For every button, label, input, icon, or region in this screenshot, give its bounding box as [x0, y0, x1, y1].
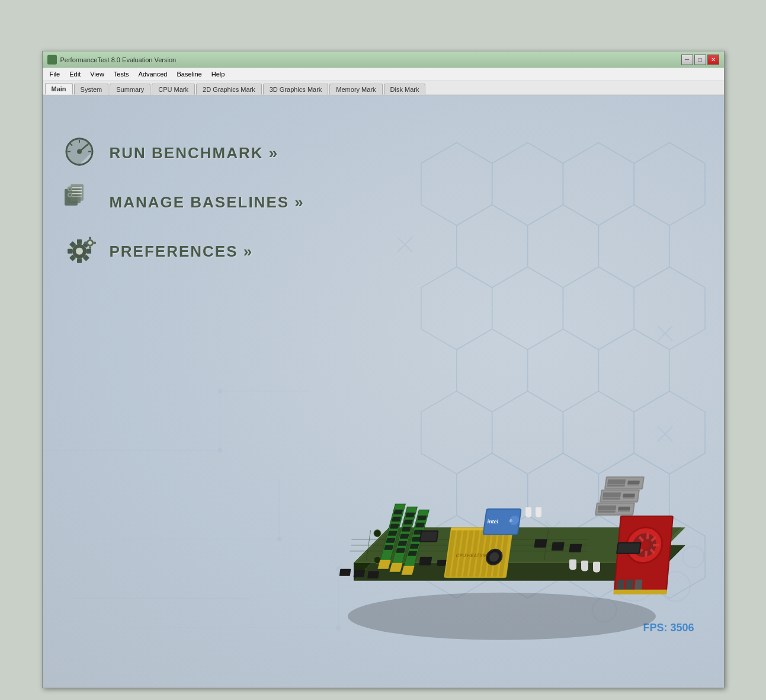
- svg-rect-177: [625, 579, 633, 590]
- svg-rect-150: [597, 505, 616, 512]
- svg-rect-181: [353, 570, 365, 577]
- svg-rect-147: [408, 551, 417, 555]
- tab-main[interactable]: Main: [45, 82, 73, 94]
- svg-rect-74: [86, 248, 91, 253]
- svg-rect-202: [617, 543, 640, 552]
- svg-marker-9: [563, 267, 634, 350]
- svg-marker-7: [421, 267, 492, 350]
- svg-rect-84: [94, 241, 96, 244]
- gear-icon: [60, 232, 99, 270]
- svg-rect-184: [525, 507, 531, 515]
- motherboard-svg: CE: [306, 355, 691, 651]
- svg-rect-182: [367, 571, 379, 578]
- preferences-item[interactable]: PREFERENCES »: [60, 229, 305, 273]
- manage-baselines-label: MANAGE BASELINES »: [110, 193, 305, 211]
- svg-rect-71: [77, 239, 82, 244]
- svg-text:intel: intel: [486, 518, 498, 524]
- svg-rect-200: [593, 561, 600, 570]
- main-content-area: RUN BENCHMARK »: [43, 95, 724, 687]
- svg-rect-146: [409, 544, 419, 548]
- svg-point-44: [217, 388, 222, 393]
- menu-baseline[interactable]: Baseline: [172, 69, 206, 79]
- tab-2d-graphics-mark[interactable]: 2D Graphics Mark: [196, 83, 262, 94]
- svg-rect-128: [386, 538, 395, 542]
- preferences-label: PREFERENCES »: [110, 242, 254, 260]
- tab-summary[interactable]: Summary: [110, 83, 150, 94]
- close-button[interactable]: ✕: [707, 54, 719, 65]
- svg-rect-191: [569, 544, 582, 552]
- menu-bar: File Edit View Tests Advanced Baseline H…: [43, 68, 724, 81]
- svg-rect-136: [399, 533, 409, 538]
- svg-rect-73: [68, 248, 72, 253]
- svg-rect-81: [89, 236, 91, 239]
- manage-baselines-item[interactable]: MANAGE BASELINES »: [60, 180, 305, 224]
- svg-rect-188: [437, 560, 446, 565]
- background-pattern: RUN BENCHMARK »: [43, 95, 724, 687]
- minimize-button[interactable]: ─: [681, 54, 693, 65]
- menu-view[interactable]: View: [85, 69, 109, 79]
- svg-point-59: [77, 149, 82, 154]
- tab-system[interactable]: System: [74, 83, 109, 94]
- svg-marker-1: [492, 142, 563, 225]
- svg-rect-137: [398, 541, 407, 545]
- svg-rect-187: [419, 557, 432, 565]
- tab-disk-mark[interactable]: Disk Mark: [384, 83, 426, 94]
- svg-marker-5: [527, 204, 598, 287]
- svg-marker-0: [421, 142, 492, 225]
- run-benchmark-label: RUN BENCHMARK »: [110, 143, 279, 162]
- app-icon: [47, 55, 57, 64]
- svg-rect-143: [415, 522, 424, 527]
- svg-rect-190: [551, 542, 564, 550]
- svg-marker-4: [456, 204, 527, 287]
- svg-marker-3: [634, 142, 705, 225]
- svg-rect-204: [421, 531, 437, 541]
- menu-help[interactable]: Help: [207, 69, 230, 79]
- tab-cpu-mark[interactable]: CPU Mark: [152, 83, 195, 94]
- svg-point-80: [88, 241, 91, 244]
- svg-rect-82: [89, 246, 91, 248]
- svg-rect-189: [534, 539, 547, 547]
- svg-rect-127: [387, 530, 397, 535]
- svg-rect-129: [384, 545, 393, 549]
- menu-file[interactable]: File: [45, 69, 65, 79]
- menu-edit[interactable]: Edit: [65, 69, 85, 79]
- svg-rect-198: [581, 560, 588, 568]
- svg-rect-142: [417, 515, 427, 520]
- svg-point-85: [348, 592, 656, 640]
- svg-rect-125: [391, 516, 400, 521]
- svg-rect-186: [536, 507, 541, 515]
- svg-marker-6: [598, 204, 669, 287]
- motherboard-illustration: CE: [306, 355, 691, 651]
- menu-tests[interactable]: Tests: [109, 69, 134, 79]
- svg-point-70: [76, 247, 83, 254]
- svg-rect-124: [393, 509, 403, 514]
- svg-rect-160: [607, 479, 626, 486]
- tab-bar: Main System Summary CPU Mark 2D Graphics…: [43, 81, 724, 95]
- svg-rect-83: [84, 241, 86, 244]
- svg-line-169: [646, 551, 646, 557]
- svg-line-168: [647, 533, 648, 539]
- window-controls: ─ □ ✕: [681, 54, 719, 65]
- baselines-icon: [60, 183, 99, 221]
- svg-rect-72: [77, 258, 82, 263]
- svg-rect-126: [389, 523, 399, 528]
- svg-marker-8: [492, 267, 563, 350]
- svg-rect-133: [405, 512, 415, 517]
- main-window: PerformanceTest 8.0 Evaluation Version ─…: [42, 50, 725, 688]
- title-bar: PerformanceTest 8.0 Evaluation Version ─…: [43, 51, 724, 68]
- maximize-button[interactable]: □: [694, 54, 706, 65]
- svg-point-98: [374, 529, 381, 536]
- svg-rect-135: [401, 526, 411, 531]
- svg-point-43: [217, 448, 222, 452]
- tab-memory-mark[interactable]: Memory Mark: [329, 83, 382, 94]
- tab-3d-graphics-mark[interactable]: 3D Graphics Mark: [263, 83, 329, 94]
- svg-rect-176: [616, 579, 624, 590]
- svg-point-45: [277, 536, 281, 541]
- svg-rect-138: [396, 548, 405, 552]
- svg-rect-62: [70, 184, 84, 200]
- svg-rect-155: [602, 492, 621, 499]
- svg-rect-179: [613, 589, 667, 594]
- svg-rect-196: [569, 559, 576, 567]
- menu-advanced[interactable]: Advanced: [134, 69, 172, 79]
- run-benchmark-item[interactable]: RUN BENCHMARK »: [60, 130, 305, 175]
